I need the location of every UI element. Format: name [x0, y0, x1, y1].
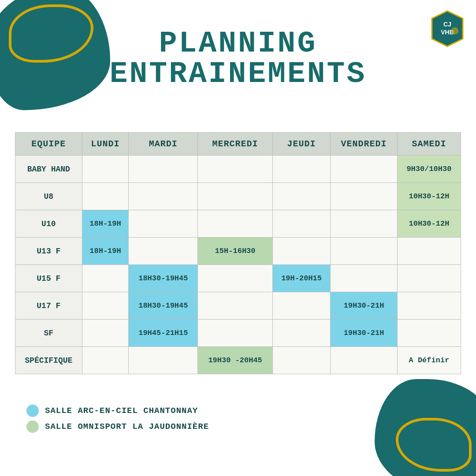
- table-row: SF19H45-21H1519H30-21H: [15, 320, 461, 347]
- cell-lundi-1: [82, 183, 129, 210]
- table-row: U810H30-12H: [15, 183, 461, 210]
- title-area: Planning Entrainements: [0, 26, 476, 91]
- col-header-samedi: SAMEDI: [397, 133, 461, 156]
- logo: CJ VHB: [428, 9, 467, 48]
- table-row: Spécifique19H30 -20H45A Définir: [15, 347, 461, 374]
- table-row: U13 F18H-19H15H-16H30: [15, 238, 461, 265]
- cell-mardi-4: 18H30-19H45: [129, 265, 198, 292]
- cell-lundi-7: [82, 347, 129, 374]
- cell-lundi-3: 18H-19H: [82, 238, 129, 265]
- legend-dot-green: [26, 420, 39, 433]
- cell-vendredi-6: 19H30-21H: [331, 320, 398, 347]
- title-line2: Entrainements: [0, 57, 476, 91]
- cell-vendredi-1: [331, 183, 398, 210]
- cell-mardi-0: [129, 156, 198, 183]
- cell-team-5: U17 F: [15, 292, 82, 320]
- legend-label-green: Salle Omnisport La Jaudonnière: [45, 422, 209, 431]
- cell-mercredi-3: 15H-16H30: [198, 238, 273, 265]
- cell-lundi-2: 18H-19H: [82, 210, 129, 238]
- cell-vendredi-4: [331, 265, 398, 292]
- cell-vendredi-7: [331, 347, 398, 374]
- col-header-jeudi: JEUDI: [272, 133, 330, 156]
- cell-samedi-6: [397, 320, 461, 347]
- cell-samedi-5: [397, 292, 461, 320]
- cell-jeudi-0: [272, 156, 330, 183]
- cell-lundi-0: [82, 156, 129, 183]
- cell-samedi-4: [397, 265, 461, 292]
- cell-mardi-7: [129, 347, 198, 374]
- col-header-lundi: LUNDI: [82, 133, 129, 156]
- cell-samedi-0: 9H30/10H30: [397, 156, 461, 183]
- cell-team-3: U13 F: [15, 238, 82, 265]
- legend: Salle Arc-en-ciel Chantonnay Salle Omnis…: [26, 405, 209, 436]
- table-row: U15 F18H30-19H4519H-20H15: [15, 265, 461, 292]
- cell-samedi-3: [397, 238, 461, 265]
- table-header-row: EQUIPE LUNDI MARDI MERCREDI JEUDI VENDRE…: [15, 133, 461, 156]
- cell-jeudi-1: [272, 183, 330, 210]
- cell-jeudi-3: [272, 238, 330, 265]
- cell-jeudi-7: [272, 347, 330, 374]
- table-row: Baby Hand9H30/10H30: [15, 156, 461, 183]
- cell-team-1: U8: [15, 183, 82, 210]
- title-line1: Planning: [0, 26, 476, 60]
- cell-vendredi-5: 19H30-21H: [331, 292, 398, 320]
- cell-mardi-3: [129, 238, 198, 265]
- cell-jeudi-5: [272, 292, 330, 320]
- cell-mardi-2: [129, 210, 198, 238]
- cell-team-4: U15 F: [15, 265, 82, 292]
- cell-mercredi-2: [198, 210, 273, 238]
- cell-mercredi-5: [198, 292, 273, 320]
- cell-team-6: SF: [15, 320, 82, 347]
- col-header-vendredi: VENDREDI: [331, 133, 398, 156]
- cell-samedi-1: 10H30-12H: [397, 183, 461, 210]
- cell-vendredi-0: [331, 156, 398, 183]
- cell-lundi-6: [82, 320, 129, 347]
- col-header-mercredi: MERCREDI: [198, 133, 273, 156]
- schedule-table: EQUIPE LUNDI MARDI MERCREDI JEUDI VENDRE…: [15, 132, 461, 374]
- cell-mardi-5: 18H30-19H45: [129, 292, 198, 320]
- legend-item-green: Salle Omnisport La Jaudonnière: [26, 420, 209, 433]
- decoration-blob-bottom-right: [375, 379, 476, 476]
- cell-mercredi-0: [198, 156, 273, 183]
- cell-lundi-4: [82, 265, 129, 292]
- cell-lundi-5: [82, 292, 129, 320]
- cell-vendredi-3: [331, 238, 398, 265]
- col-header-mardi: MARDI: [129, 133, 198, 156]
- cell-vendredi-2: [331, 210, 398, 238]
- cell-samedi-2: 10H30-12H: [397, 210, 461, 238]
- cell-jeudi-2: [272, 210, 330, 238]
- cell-mercredi-4: [198, 265, 273, 292]
- cell-team-2: U10: [15, 210, 82, 238]
- cell-mercredi-1: [198, 183, 273, 210]
- col-header-equipe: EQUIPE: [15, 133, 82, 156]
- cell-jeudi-4: 19H-20H15: [272, 265, 330, 292]
- cell-mercredi-7: 19H30 -20H45: [198, 347, 273, 374]
- cell-mardi-1: [129, 183, 198, 210]
- cell-samedi-7: A Définir: [397, 347, 461, 374]
- svg-point-3: [451, 27, 458, 34]
- legend-item-blue: Salle Arc-en-ciel Chantonnay: [26, 405, 209, 417]
- legend-dot-blue: [26, 405, 39, 417]
- table-row: U1018H-19H10H30-12H: [15, 210, 461, 238]
- cell-mardi-6: 19H45-21H15: [129, 320, 198, 347]
- cell-team-0: Baby Hand: [15, 156, 82, 183]
- svg-text:CJ: CJ: [443, 21, 451, 28]
- cell-team-7: Spécifique: [15, 347, 82, 374]
- cell-mercredi-6: [198, 320, 273, 347]
- table-row: U17 F18H30-19H4519H30-21H: [15, 292, 461, 320]
- legend-label-blue: Salle Arc-en-ciel Chantonnay: [45, 406, 198, 416]
- cell-jeudi-6: [272, 320, 330, 347]
- schedule-table-container: EQUIPE LUNDI MARDI MERCREDI JEUDI VENDRE…: [15, 132, 461, 374]
